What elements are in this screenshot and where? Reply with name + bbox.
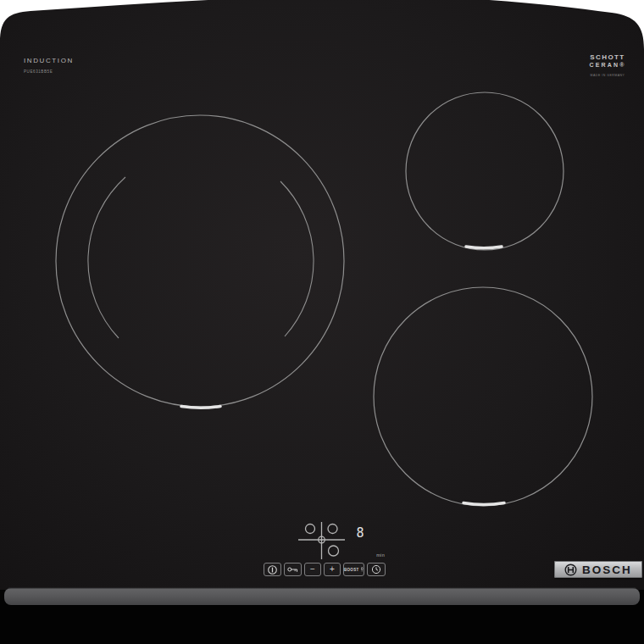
bosch-wordmark: BOSCH bbox=[582, 564, 632, 576]
product-label: INDUCTION PUE631BB5E bbox=[24, 57, 74, 74]
touch-control-strip: − + boost bbox=[264, 563, 386, 576]
power-level-display: 8 bbox=[353, 525, 368, 541]
model-number: PUE631BB5E bbox=[24, 69, 74, 74]
pan-mark-small bbox=[466, 247, 502, 248]
glass-surface bbox=[0, 0, 644, 612]
child-lock-button[interactable] bbox=[284, 563, 302, 576]
induction-label: INDUCTION bbox=[24, 57, 74, 64]
power-icon bbox=[267, 564, 278, 575]
plus-button[interactable]: + bbox=[324, 563, 341, 576]
timer-button[interactable] bbox=[367, 563, 386, 576]
schott-logo-line2: CERAN® bbox=[583, 62, 632, 68]
cooktop-graphic bbox=[0, 0, 644, 644]
boost-rocket-icon bbox=[360, 566, 364, 573]
clock-icon bbox=[371, 564, 381, 575]
bosch-logo-icon bbox=[564, 564, 577, 576]
boost-button[interactable]: boost bbox=[343, 563, 364, 576]
bosch-badge: BOSCH bbox=[554, 561, 642, 578]
schott-logo-subtext: MADE IN GERMANY bbox=[583, 74, 632, 77]
boost-label: boost bbox=[344, 568, 359, 572]
glass-brand-mark: SCHOTT CERAN® MADE IN GERMANY bbox=[583, 53, 632, 77]
plus-glyph: + bbox=[330, 565, 335, 574]
power-button[interactable] bbox=[264, 563, 281, 576]
cooktop-product-image: INDUCTION PUE631BB5E SCHOTT CERAN® MADE … bbox=[0, 0, 644, 644]
minus-glyph: − bbox=[310, 565, 315, 574]
pan-mark-medium bbox=[464, 503, 504, 505]
minus-button[interactable]: − bbox=[304, 563, 321, 576]
key-icon bbox=[287, 566, 298, 573]
schott-logo-line1: SCHOTT bbox=[583, 53, 632, 61]
timer-min-label: min bbox=[363, 552, 385, 558]
pan-mark-large bbox=[181, 407, 220, 408]
front-trim bbox=[4, 588, 640, 605]
